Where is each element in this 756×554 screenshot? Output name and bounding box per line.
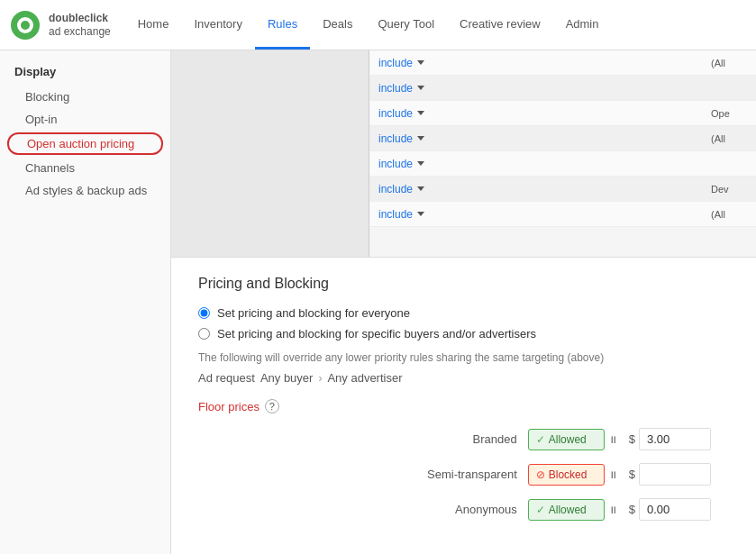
right-panel: include (All include include <box>369 50 756 257</box>
sidebar-item-open-auction-pricing[interactable]: Open auction pricing <box>7 132 163 155</box>
branded-dollar: $ <box>629 432 635 446</box>
pricing-title: Pricing and Blocking <box>198 276 729 292</box>
header: doubleclick ad exchange Home Inventory R… <box>0 0 756 50</box>
branded-label: Branded <box>400 432 517 446</box>
branded-price-input[interactable] <box>639 428 711 450</box>
targeting-arrow: › <box>318 372 322 385</box>
include-dropdown-2[interactable]: include <box>378 107 424 120</box>
include-row-6: include (All <box>369 202 756 227</box>
radio-everyone-label[interactable]: Set pricing and blocking for everyone <box>217 306 410 320</box>
branded-status-label: Allowed <box>549 433 587 446</box>
pricing-row-semi: Semi-transparent ⊘ Blocked ⏸ $ <box>198 463 729 486</box>
floor-prices-section: Floor prices ? Branded ✓ Allowed ⏸ $ <box>198 399 729 521</box>
include-dropdown-0[interactable]: include <box>378 57 424 69</box>
pricing-row-anon: Anonymous ✓ Allowed ⏸ $ <box>198 498 729 521</box>
include-arrow-6[interactable] <box>417 212 424 216</box>
include-arrow-3[interactable] <box>417 136 424 141</box>
include-label-0[interactable]: include <box>378 57 413 69</box>
include-arrow-5[interactable] <box>417 186 424 191</box>
sidebar: Display Blocking Opt-in Open auction pri… <box>0 50 171 554</box>
nav-query-tool[interactable]: Query Tool <box>365 0 447 50</box>
floor-prices-help-icon[interactable]: ? <box>265 399 279 413</box>
include-row-4: include <box>369 151 756 177</box>
nav-home[interactable]: Home <box>125 0 182 50</box>
targeting-label2: Any buyer <box>260 371 314 385</box>
pricing-row-branded: Branded ✓ Allowed ⏸ $ <box>198 428 729 450</box>
include-arrow-2[interactable] <box>417 111 424 115</box>
radio-group: Set pricing and blocking for everyone Se… <box>198 306 729 341</box>
include-arrow-1[interactable] <box>417 86 424 90</box>
semi-status-label: Blocked <box>549 468 587 481</box>
right-label-3: (All <box>711 133 747 144</box>
include-dropdown-1[interactable]: include <box>378 82 424 95</box>
targeting-row: Ad request Any buyer › Any advertiser <box>198 371 729 385</box>
branded-pause-icon[interactable]: ⏸ <box>608 434 618 445</box>
include-row-3: include (All <box>369 126 756 151</box>
semi-pause-icon[interactable]: ⏸ <box>608 469 618 480</box>
semi-status-btn[interactable]: ⊘ Blocked <box>528 464 605 486</box>
override-text: The following will override any lower pr… <box>198 351 729 364</box>
block-icon: ⊘ <box>536 468 545 481</box>
include-label-1[interactable]: include <box>378 82 413 95</box>
nav-rules[interactable]: Rules <box>255 0 310 50</box>
top-section: include (All include include <box>171 50 756 258</box>
include-row-5: include Dev <box>369 177 756 202</box>
floor-prices-label: Floor prices ? <box>198 399 729 413</box>
check-icon-anon: ✓ <box>536 504 545 516</box>
semi-dollar: $ <box>629 468 635 481</box>
anon-dollar: $ <box>629 503 635 516</box>
radio-everyone[interactable] <box>198 307 210 319</box>
include-label-2[interactable]: include <box>378 107 413 120</box>
targeting-label1: Ad request <box>198 371 255 385</box>
include-dropdown-6[interactable]: include <box>378 208 424 221</box>
svg-point-2 <box>21 21 30 30</box>
nav-deals[interactable]: Deals <box>310 0 365 50</box>
include-dropdown-5[interactable]: include <box>378 183 424 195</box>
main-nav: Home Inventory Rules Deals Query Tool Cr… <box>125 0 612 50</box>
include-arrow-4[interactable] <box>417 161 424 166</box>
brand-line1: doubleclick <box>49 12 111 24</box>
semi-price-input[interactable] <box>639 463 711 486</box>
right-label-2: Ope <box>711 108 747 119</box>
radio-specific-label[interactable]: Set pricing and blocking for specific bu… <box>217 327 536 341</box>
semi-label: Semi-transparent <box>400 468 517 481</box>
anon-price-input[interactable] <box>639 498 711 521</box>
sidebar-item-ad-styles[interactable]: Ad styles & backup ads <box>0 179 170 202</box>
radio-specific[interactable] <box>198 328 210 340</box>
anon-pause-icon[interactable]: ⏸ <box>608 504 618 515</box>
anon-status-label: Allowed <box>549 504 587 516</box>
include-dropdown-4[interactable]: include <box>378 158 424 170</box>
logo-icon <box>9 9 41 41</box>
pricing-section: Pricing and Blocking Set pricing and blo… <box>171 258 756 551</box>
include-row-1: include <box>369 76 756 101</box>
right-label-0: (All <box>711 58 747 68</box>
sidebar-item-blocking[interactable]: Blocking <box>0 86 170 108</box>
brand-line2: ad exchange <box>49 25 111 38</box>
sidebar-item-opt-in[interactable]: Opt-in <box>0 108 170 131</box>
sidebar-item-channels[interactable]: Channels <box>0 157 170 179</box>
include-row-0: include (All <box>369 50 756 76</box>
include-label-3[interactable]: include <box>378 132 413 145</box>
include-label-6[interactable]: include <box>378 208 413 221</box>
right-label-6: (All <box>711 209 747 220</box>
brand-text: doubleclick ad exchange <box>49 12 111 38</box>
radio-row-2: Set pricing and blocking for specific bu… <box>198 327 729 341</box>
include-arrow-0[interactable] <box>417 60 424 65</box>
logo: doubleclick ad exchange <box>9 9 111 41</box>
nav-admin[interactable]: Admin <box>553 0 612 50</box>
sidebar-section-title: Display <box>0 65 170 86</box>
right-label-5: Dev <box>711 184 747 195</box>
include-row-2: include Ope <box>369 101 756 126</box>
branded-status-btn[interactable]: ✓ Allowed <box>528 429 605 450</box>
anon-status-btn[interactable]: ✓ Allowed <box>528 499 605 521</box>
check-icon: ✓ <box>536 433 545 446</box>
include-label-4[interactable]: include <box>378 158 413 170</box>
radio-row-1: Set pricing and blocking for everyone <box>198 306 729 320</box>
include-dropdown-3[interactable]: include <box>378 132 424 145</box>
nav-creative-review[interactable]: Creative review <box>447 0 553 50</box>
nav-inventory[interactable]: Inventory <box>181 0 254 50</box>
targeting-label3: Any advertiser <box>327 371 402 385</box>
include-label-5[interactable]: include <box>378 183 413 195</box>
main-content: include (All include include <box>171 50 756 554</box>
left-panel <box>171 50 369 257</box>
